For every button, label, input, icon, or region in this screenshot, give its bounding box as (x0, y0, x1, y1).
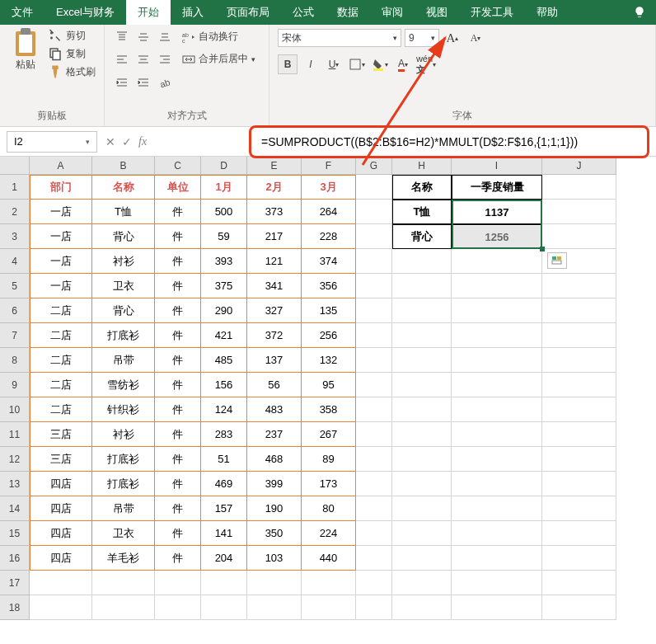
cell-C17[interactable] (155, 571, 201, 595)
cell-E16[interactable]: 103 (247, 546, 302, 571)
cell-J16[interactable] (542, 546, 616, 571)
cell-A15[interactable]: 四店 (30, 521, 92, 546)
cell-G5[interactable] (356, 274, 392, 298)
cell-B4[interactable]: 衬衫 (92, 249, 155, 274)
cell-G6[interactable] (356, 298, 392, 323)
cell-C9[interactable]: 件 (155, 373, 201, 397)
cell-H2[interactable]: T恤 (392, 200, 452, 224)
cell-E2[interactable]: 373 (247, 200, 302, 224)
cell-I14[interactable] (452, 496, 542, 521)
align-center-button[interactable] (134, 51, 152, 69)
align-top-button[interactable] (113, 28, 131, 46)
cell-I2[interactable]: 1137 (452, 200, 542, 224)
cell-G13[interactable] (356, 472, 392, 496)
cell-D3[interactable]: 59 (201, 224, 247, 249)
format-painter-button[interactable]: 格式刷 (48, 64, 96, 79)
row-header-6[interactable]: 6 (0, 298, 30, 323)
cell-A12[interactable]: 三店 (30, 447, 92, 472)
cell-D14[interactable]: 157 (201, 496, 247, 521)
cell-G8[interactable] (356, 348, 392, 373)
cell-D10[interactable]: 124 (201, 397, 247, 422)
cell-E9[interactable]: 56 (247, 373, 302, 397)
cell-E8[interactable]: 137 (247, 348, 302, 373)
cell-G14[interactable] (356, 496, 392, 521)
cell-F10[interactable]: 358 (302, 397, 356, 422)
cell-F8[interactable]: 132 (302, 348, 356, 373)
cell-D17[interactable] (201, 571, 247, 595)
cell-F18[interactable] (302, 595, 356, 620)
cell-B8[interactable]: 吊带 (92, 348, 155, 373)
cell-F13[interactable]: 173 (302, 472, 356, 496)
autofill-options-button[interactable] (547, 252, 567, 269)
cell-B7[interactable]: 打底衫 (92, 323, 155, 348)
cell-G11[interactable] (356, 422, 392, 447)
column-header-H[interactable]: H (392, 157, 452, 175)
cell-F5[interactable]: 356 (302, 274, 356, 298)
cell-E4[interactable]: 121 (247, 249, 302, 274)
cell-F11[interactable]: 267 (302, 422, 356, 447)
cell-J6[interactable] (542, 298, 616, 323)
cell-F4[interactable]: 374 (302, 249, 356, 274)
cell-D1[interactable]: 1月 (201, 175, 247, 200)
cell-A7[interactable]: 二店 (30, 323, 92, 348)
font-size-dropdown[interactable]: 9▾ (405, 29, 439, 47)
cell-D16[interactable]: 204 (201, 546, 247, 571)
cell-J11[interactable] (542, 422, 616, 447)
cell-F12[interactable]: 89 (302, 447, 356, 472)
cell-D4[interactable]: 393 (201, 249, 247, 274)
tab-review[interactable]: 审阅 (370, 0, 415, 25)
cell-I18[interactable] (452, 595, 542, 620)
tab-formulas[interactable]: 公式 (281, 0, 326, 25)
cell-H14[interactable] (392, 496, 452, 521)
cell-F15[interactable]: 224 (302, 521, 356, 546)
cell-A3[interactable]: 一店 (30, 224, 92, 249)
cell-B17[interactable] (92, 571, 155, 595)
cell-A9[interactable]: 二店 (30, 373, 92, 397)
row-header-2[interactable]: 2 (0, 200, 30, 224)
cell-H15[interactable] (392, 521, 452, 546)
row-header-8[interactable]: 8 (0, 348, 30, 373)
cell-D9[interactable]: 156 (201, 373, 247, 397)
cell-E14[interactable]: 190 (247, 496, 302, 521)
row-header-3[interactable]: 3 (0, 224, 30, 249)
decrease-font-button[interactable]: A▾ (466, 28, 485, 48)
cell-B12[interactable]: 打底衫 (92, 447, 155, 472)
row-header-13[interactable]: 13 (0, 472, 30, 496)
cell-C3[interactable]: 件 (155, 224, 201, 249)
cell-C16[interactable]: 件 (155, 546, 201, 571)
cell-I1[interactable]: 一季度销量 (452, 175, 542, 200)
tab-view[interactable]: 视图 (415, 0, 459, 25)
cell-J18[interactable] (542, 595, 616, 620)
cell-B15[interactable]: 卫衣 (92, 521, 155, 546)
cell-H8[interactable] (392, 348, 452, 373)
cell-J10[interactable] (542, 397, 616, 422)
accept-formula-button[interactable]: ✓ (122, 135, 132, 148)
cell-A6[interactable]: 二店 (30, 298, 92, 323)
cell-G4[interactable] (356, 249, 392, 274)
row-header-1[interactable]: 1 (0, 175, 30, 200)
cell-I8[interactable] (452, 348, 542, 373)
cell-A16[interactable]: 四店 (30, 546, 92, 571)
cell-J8[interactable] (542, 348, 616, 373)
cell-C12[interactable]: 件 (155, 447, 201, 472)
row-header-17[interactable]: 17 (0, 571, 30, 595)
cancel-formula-button[interactable]: ✕ (105, 135, 115, 148)
cell-G17[interactable] (356, 571, 392, 595)
cell-F2[interactable]: 264 (302, 200, 356, 224)
cell-F9[interactable]: 95 (302, 373, 356, 397)
cell-A2[interactable]: 一店 (30, 200, 92, 224)
cell-H7[interactable] (392, 323, 452, 348)
cell-B14[interactable]: 吊带 (92, 496, 155, 521)
cell-J3[interactable] (542, 224, 616, 249)
cell-J15[interactable] (542, 521, 616, 546)
row-header-12[interactable]: 12 (0, 447, 30, 472)
tab-page-layout[interactable]: 页面布局 (215, 0, 281, 25)
cell-D13[interactable]: 469 (201, 472, 247, 496)
cell-F14[interactable]: 80 (302, 496, 356, 521)
cell-F1[interactable]: 3月 (302, 175, 356, 200)
increase-font-button[interactable]: A▴ (443, 28, 462, 48)
cell-H4[interactable] (392, 249, 452, 274)
cell-G9[interactable] (356, 373, 392, 397)
cell-B1[interactable]: 名称 (92, 175, 155, 200)
fx-icon[interactable]: fx (138, 135, 147, 148)
